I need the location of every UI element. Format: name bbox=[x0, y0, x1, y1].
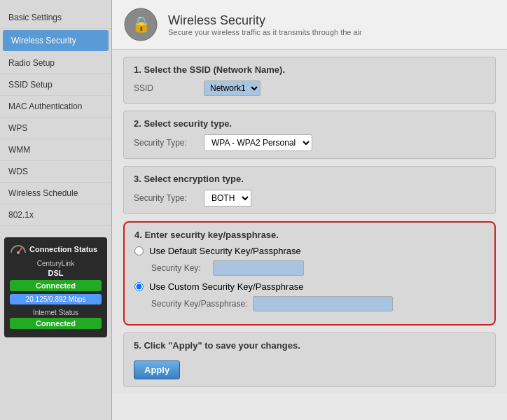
passphrase-label: Security Key/Passphrase: bbox=[151, 299, 247, 309]
section-1-title: 1. Select the SSID (Network Name). bbox=[134, 64, 485, 75]
security-type-row: Security Type: WPA - WPA2 Personal WPA P… bbox=[134, 134, 485, 151]
section-1: 1. Select the SSID (Network Name). SSID … bbox=[123, 57, 496, 104]
speed-badge: 20.125/0.892 Mbps bbox=[10, 294, 102, 304]
header-text: Wireless Security Secure your wireless t… bbox=[168, 13, 362, 36]
page-subtitle: Secure your wireless traffic as it trans… bbox=[168, 28, 362, 36]
sidebar-item-ssid-setup[interactable]: SSID Setup bbox=[0, 74, 111, 96]
section-3-title: 3. Select encryption type. bbox=[134, 174, 485, 184]
security-key-label: Security Key: bbox=[151, 263, 207, 273]
security-type-label: Security Type: bbox=[134, 138, 197, 148]
section-2: 2. Select security type. Security Type: … bbox=[123, 111, 496, 159]
sidebar-item-wireless-schedule[interactable]: Wireless Schedule bbox=[0, 183, 111, 204]
custom-key-label: Use Custom Security Key/Passphrase bbox=[149, 281, 303, 292]
wireless-security-icon: 🔒 bbox=[123, 7, 158, 42]
passphrase-row: Security Key/Passphrase: bbox=[151, 296, 485, 312]
security-type-select[interactable]: WPA - WPA2 Personal WPA Personal WPA2 Pe… bbox=[204, 134, 312, 151]
apply-button[interactable]: Apply bbox=[134, 360, 180, 379]
section-5: 5. Click "Apply" to save your changes. A… bbox=[123, 332, 496, 387]
section-4: 4. Enter security key/passphrase. Use De… bbox=[123, 221, 496, 326]
section-4-title: 4. Enter security key/passphrase. bbox=[134, 230, 485, 240]
svg-point-1 bbox=[17, 251, 20, 254]
provider-type: DSL bbox=[10, 269, 102, 277]
svg-text:🔒: 🔒 bbox=[132, 15, 151, 34]
sidebar-item-wds[interactable]: WDS bbox=[0, 161, 111, 183]
custom-key-radio[interactable] bbox=[134, 282, 144, 291]
security-key-row: Security Key: bbox=[151, 260, 485, 276]
default-key-radio[interactable] bbox=[134, 246, 144, 255]
sidebar-item-8021x[interactable]: 802.1x bbox=[0, 204, 111, 226]
sidebar-item-wireless-security[interactable]: Wireless Security bbox=[3, 30, 109, 51]
section-2-title: 2. Select security type. bbox=[134, 118, 485, 129]
sidebar-item-wps[interactable]: WPS bbox=[0, 118, 111, 139]
security-key-input[interactable] bbox=[213, 260, 304, 276]
ssid-select[interactable]: Network1 Network2 bbox=[204, 80, 261, 96]
passphrase-input[interactable] bbox=[253, 296, 393, 312]
section-5-title: 5. Click "Apply" to save your changes. bbox=[134, 340, 485, 351]
page-header: 🔒 Wireless Security Secure your wireless… bbox=[112, 0, 507, 50]
main-content: 🔒 Wireless Security Secure your wireless… bbox=[112, 0, 507, 420]
content-area: 1. Select the SSID (Network Name). SSID … bbox=[112, 50, 507, 394]
connection-status-title: Connection Status bbox=[29, 245, 97, 253]
section-3: 3. Select encryption type. Security Type… bbox=[123, 166, 496, 214]
internet-status-badge: Connected bbox=[10, 318, 102, 329]
default-key-label: Use Default Security Key/Passphrase bbox=[149, 246, 301, 256]
encryption-label: Security Type: bbox=[134, 193, 197, 203]
speedometer-icon bbox=[10, 243, 27, 255]
ssid-label: SSID bbox=[134, 83, 197, 93]
sidebar-item-wmm[interactable]: WMM bbox=[0, 139, 111, 161]
encryption-type-select[interactable]: BOTH TKIP AES bbox=[204, 190, 251, 206]
ssid-row: SSID Network1 Network2 bbox=[134, 80, 485, 96]
sidebar-item-basic-settings[interactable]: Basic Settings bbox=[0, 7, 111, 29]
sidebar-item-mac-auth[interactable]: MAC Authentication bbox=[0, 96, 111, 118]
page-title: Wireless Security bbox=[168, 13, 362, 28]
internet-label: Internet Status bbox=[10, 309, 102, 316]
encryption-type-row: Security Type: BOTH TKIP AES bbox=[134, 190, 485, 206]
sidebar-item-radio-setup[interactable]: Radio Setup bbox=[0, 52, 111, 74]
sidebar: Basic Settings Wireless Security Radio S… bbox=[0, 0, 112, 420]
connection-status-box: Connection Status CenturyLink DSL Connec… bbox=[4, 237, 107, 337]
connection-status-badge: Connected bbox=[10, 280, 102, 291]
provider-label: CenturyLink bbox=[10, 260, 102, 267]
custom-key-row: Use Custom Security Key/Passphrase bbox=[134, 281, 485, 292]
default-key-row: Use Default Security Key/Passphrase bbox=[134, 246, 485, 256]
